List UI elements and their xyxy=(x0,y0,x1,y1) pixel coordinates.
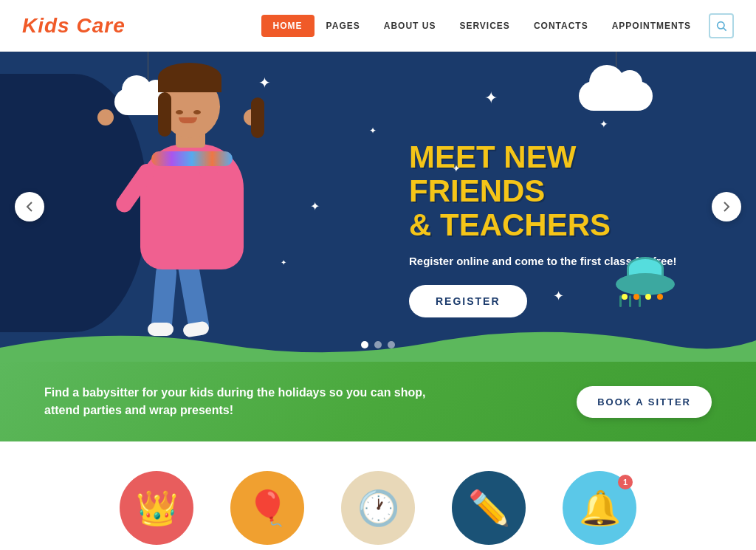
nav-appointments[interactable]: APPOINTMENTS xyxy=(600,15,703,37)
crown-icon: 👑 xyxy=(136,491,178,525)
clock-icon: 🕐 xyxy=(357,491,399,525)
hero-dot-3[interactable] xyxy=(388,341,395,348)
hero-prev-button[interactable] xyxy=(15,192,44,221)
main-nav: HOME PAGES ABOUT US SERVICES CONTACTS AP… xyxy=(261,13,734,38)
icon-balloon[interactable]: 🎈 xyxy=(230,471,304,545)
svg-point-0 xyxy=(718,21,724,28)
hero-dot-1[interactable] xyxy=(361,341,368,348)
ufo-decoration xyxy=(608,258,682,310)
bell-icon: 🔔 xyxy=(579,491,621,525)
icon-pencil[interactable]: ✏️ xyxy=(452,471,526,545)
icon-clock[interactable]: 🕐 xyxy=(341,471,415,545)
icon-crown[interactable]: 👑 xyxy=(120,471,193,545)
hero-dot-2[interactable] xyxy=(374,341,382,348)
green-band-section: Find a babysitter for your kids during t… xyxy=(0,362,756,441)
svg-line-1 xyxy=(724,28,726,31)
book-sitter-button[interactable]: BOOK A SITTER xyxy=(577,386,712,418)
hero-wave xyxy=(0,318,756,362)
star-9: ✦ xyxy=(599,118,608,130)
hero-title: MEET NEW FRIENDS & TEACHERS xyxy=(409,140,690,243)
bell-badge: 1 xyxy=(618,475,633,489)
cloud-hang-right xyxy=(579,52,653,111)
balloon-icon: 🎈 xyxy=(247,491,289,525)
site-logo[interactable]: Kids Care xyxy=(22,14,126,38)
icon-bell[interactable]: 🔔 1 xyxy=(563,471,636,545)
nav-contacts[interactable]: CONTACTS xyxy=(522,15,600,37)
header: Kids Care HOME PAGES ABOUT US SERVICES C… xyxy=(0,0,756,52)
nav-about[interactable]: ABOUT US xyxy=(372,15,448,37)
hero-next-button[interactable] xyxy=(712,192,741,221)
hero-dots xyxy=(361,341,395,348)
hero-section: ✦ ✦ ✦ ✦ ✦ ✦ ✦ ✦ ✦ ✦ xyxy=(0,52,756,362)
icons-section: 👑 🎈 🕐 ✏️ 🔔 1 xyxy=(0,441,756,550)
nav-services[interactable]: SERVICES xyxy=(447,15,521,37)
pencil-icon: ✏️ xyxy=(468,491,510,525)
hero-child-image xyxy=(74,55,325,336)
star-3: ✦ xyxy=(484,89,498,108)
nav-home[interactable]: HOME xyxy=(261,15,315,37)
nav-pages[interactable]: PAGES xyxy=(315,15,372,37)
search-button[interactable] xyxy=(709,13,734,38)
green-band-text: Find a babysitter for your kids during t… xyxy=(44,384,450,419)
star-7: ✦ xyxy=(369,126,377,136)
register-button[interactable]: REGISTER xyxy=(409,285,527,317)
